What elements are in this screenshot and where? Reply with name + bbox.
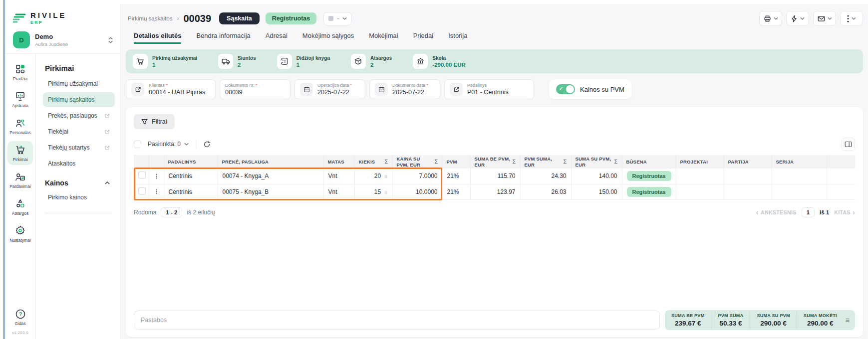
col-projektai[interactable]: PROJEKTAI [676,155,724,169]
dokumento-data-field[interactable]: Dokumento data *2025-07-22 [369,79,440,99]
rail-item-atsargos[interactable]: Atsargos [7,195,33,219]
email-button[interactable] [813,11,836,26]
sum-icon[interactable]: Σ [614,159,618,165]
calendar-icon[interactable] [375,83,388,96]
selected-count-dropdown[interactable]: Pasirinkta: 0 [148,141,189,148]
brand-text: RIVILE ERP [30,11,66,25]
tab-istorija[interactable]: Istorija [448,32,467,44]
operacijos-data-field[interactable]: Operacijos data *2025-07-22 [294,79,365,99]
lines-menu-icon[interactable]: ≡ [384,189,387,195]
summary-skola[interactable]: Skola-290.00 EUR [413,54,465,69]
submenu-section-kainos[interactable]: Kainos [45,179,114,187]
table-row[interactable]: Centrinis 00074 - Knyga_A Vnt 20≡ 7.0000… [134,169,855,184]
summary-siuntos[interactable]: Siuntos2 [218,54,256,69]
rail-item-pradzia[interactable]: Pradžia [7,60,33,84]
tab-adresai[interactable]: Adresai [266,32,288,44]
col-pvm[interactable]: PVM [442,155,470,169]
chevron-down-icon [774,17,778,20]
tab-mokejimo-salygos[interactable]: Mokėjimo sąlygos [302,32,354,44]
lines-menu-icon[interactable]: ≡ [384,173,387,179]
col-suma-be-pvm[interactable]: SUMA BE PVM, EURΣ [470,155,520,169]
rail-item-personalas[interactable]: Personalas [7,114,33,138]
sum-icon[interactable]: Σ [513,159,516,165]
submenu-item-ataskaitos[interactable]: Ataskaitos [43,156,115,171]
guide-label[interactable]: Gidas [14,321,25,326]
cell-suma-be-pvm: 115.70 [470,169,520,184]
external-link-icon[interactable] [450,83,463,96]
col-kaina-su-pvm[interactable]: KAINA SU PVM, EURΣ [392,155,442,169]
tab-mokejimai[interactable]: Mokėjimai [369,32,398,44]
dokumento-nr-field[interactable]: Dokumento nr. *00039 [220,79,290,99]
padalinys-field[interactable]: PadalinysP01 - Centrinis [444,79,534,99]
filters-button[interactable]: Filtrai [134,114,175,129]
sum-icon[interactable]: Σ [564,159,567,165]
cell-projektai [676,184,724,199]
notes-input[interactable] [134,311,660,330]
col-kiekis[interactable]: KIEKISΣ [354,155,392,169]
cell-partija [724,184,772,199]
submenu-item-pirkimo-kainos[interactable]: Pirkimo kainos [43,190,115,205]
svg-text:?: ? [18,312,21,317]
pagination-summary: Rodoma 1 - 2 iš 2 eilučių [134,207,215,217]
refresh-button[interactable] [203,141,211,148]
table-row[interactable]: Centrinis 00075 - Knyga_B Vnt 15≡ 10.000… [134,184,855,199]
home-grid-icon [15,64,25,74]
klientas-field[interactable]: Klientas *00014 - UAB Pipiras [126,79,216,99]
rail-item-pirkimai[interactable]: Pirkimai [7,141,33,165]
next-page-button[interactable]: KITAS› [834,209,855,216]
submenu-item-tiekeju-sutartys[interactable]: Tiekėjų sutartys [43,140,115,155]
row-kebab-icon[interactable] [154,188,159,195]
table-toolbar: Pasirinkta: 0 [134,138,855,151]
submenu-item-pirkimu-uzsakymai[interactable]: Pirkimų užsakymai [43,76,115,91]
calendar-icon[interactable] [300,83,313,96]
account-switcher[interactable]: D Demo Aušra Juodienė [13,31,113,48]
cell-suma-su-pvm: 140.00 [571,169,622,184]
totals-menu-icon[interactable]: ≡ [844,316,855,324]
summary-pirkimu-uzsakymai[interactable]: Pirkimų užsakymai1 [133,54,197,69]
rail-item-pardavimai[interactable]: Pardavimai [7,168,33,192]
quick-actions-button[interactable] [786,11,809,26]
more-actions-button[interactable] [840,11,863,26]
toggle-label: Kainos su PVM [580,86,624,93]
select-all-checkbox[interactable] [134,141,141,148]
col-suma-su-pvm[interactable]: SUMA SU PVM, EURΣ [571,155,622,169]
lines-card: Filtrai Pasirinkta: 0 [126,107,863,337]
submenu-item-pirkimu-saskaitos[interactable]: Pirkimų sąskaitos [43,92,115,107]
tab-priedai[interactable]: Priedai [413,32,433,44]
submenu-item-tiekejai[interactable]: Tiekėjai [43,124,115,139]
col-partija[interactable]: PARTIJA [724,155,772,169]
document-form: Klientas *00014 - UAB Pipiras Dokumento … [126,79,863,99]
summary-didzioji-knyga[interactable]: Didžioji knyga1 [277,54,330,69]
print-button[interactable] [759,11,782,26]
kainos-su-pvm-toggle[interactable]: ✓ [556,84,575,94]
submenu-title: Pirkimai [45,64,115,72]
status-selector[interactable]: - [323,12,352,25]
sum-icon[interactable]: Σ [435,159,438,165]
row-checkbox[interactable] [138,171,146,179]
account-expand-icon[interactable] [108,37,113,43]
tab-detalios-eilutes[interactable]: Detalios eilutės [134,32,181,44]
external-link-icon[interactable] [131,83,144,96]
row-checkbox[interactable] [138,187,146,195]
header-actions [149,155,164,169]
breadcrumb[interactable]: Pirkimų sąskaitos [128,15,172,21]
submenu-item-prekes-paslaugos[interactable]: Prekės, paslaugos [43,108,115,123]
col-pvm-suma[interactable]: PVM SUMA, EURΣ [520,155,571,169]
col-padalinys[interactable]: PADALINYS [164,155,218,169]
col-matas[interactable]: MATAS [323,155,354,169]
current-page-box[interactable]: 1 [802,207,815,217]
column-settings-button[interactable] [842,138,855,151]
row-kebab-icon[interactable] [154,173,159,179]
col-busena[interactable]: BŪSENA [622,155,676,169]
sum-icon[interactable]: Σ [385,159,388,165]
tab-bendra-informacija[interactable]: Bendra informacija [196,32,250,44]
col-serija[interactable]: SERIJA [772,155,827,169]
app-version: v1.203.0 [12,331,28,335]
prev-page-button[interactable]: ‹ANKSTESNIS [756,209,797,216]
summary-atsargos[interactable]: Atsargos2 [351,54,392,69]
rail-item-apskaita[interactable]: Apskaita [7,87,33,111]
col-preke-paslauga[interactable]: PREKĖ, PASLAUGA [218,155,323,169]
guide-button[interactable]: ? [15,309,26,320]
rail-item-nustatymai[interactable]: Nustatymai [7,222,33,246]
cell-partija [724,169,772,184]
